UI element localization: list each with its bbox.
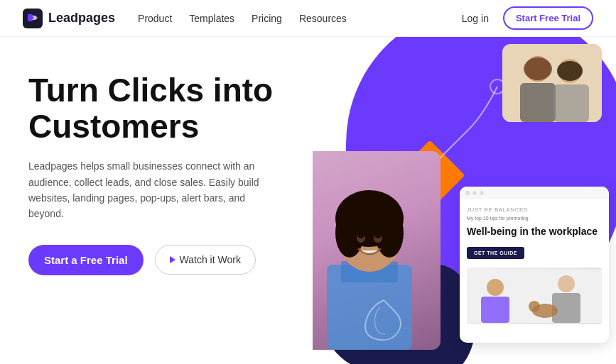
login-link[interactable]: Log in (462, 13, 489, 24)
lp-card-cta[interactable]: Get the Guide (467, 247, 524, 259)
lp-card-image (467, 268, 602, 324)
navbar: Leadpages Product Templates Pricing Reso… (0, 0, 616, 37)
svg-point-25 (529, 301, 540, 312)
nav-trial-button[interactable]: Start Free Trial (503, 6, 593, 30)
browser-dot-3 (480, 191, 484, 195)
leadpages-logo-icon (23, 9, 43, 28)
landing-page-card: Just Be Balanced My top 10 tips for prom… (460, 187, 609, 343)
nav-links: Product Templates Pricing Resources (138, 12, 347, 25)
svg-point-17 (557, 61, 583, 81)
lp-card-header (460, 187, 609, 199)
lp-card-subtitle: My top 10 tips for promoting (467, 216, 602, 221)
hero-left: Turn Clicks into Customers Leadpages hel… (0, 37, 313, 364)
hero-buttons: Start a Free Trial Watch it Work (28, 245, 313, 275)
svg-point-10 (357, 231, 364, 238)
logo[interactable]: Leadpages (23, 9, 115, 28)
hero-right: Just Be Balanced My top 10 tips for prom… (313, 37, 616, 364)
nav-item-pricing[interactable]: Pricing (252, 12, 282, 25)
hero-watch-button[interactable]: Watch it Work (155, 245, 256, 275)
top-people-photo (502, 44, 602, 122)
scribble-bottom-decoration (355, 293, 412, 350)
svg-rect-18 (553, 84, 589, 122)
play-icon (170, 256, 175, 263)
nav-item-product[interactable]: Product (138, 12, 172, 25)
hero-trial-button[interactable]: Start a Free Trial (28, 245, 144, 275)
nav-item-resources[interactable]: Resources (299, 12, 347, 25)
svg-point-22 (558, 275, 575, 292)
svg-point-20 (487, 279, 504, 296)
hero-section: Turn Clicks into Customers Leadpages hel… (0, 37, 616, 364)
browser-dot-2 (472, 191, 477, 195)
nav-item-templates[interactable]: Templates (189, 12, 234, 25)
svg-point-11 (374, 231, 382, 238)
browser-dot-1 (465, 191, 470, 195)
svg-rect-15 (520, 83, 556, 122)
nav-right: Log in Start Free Trial (462, 6, 593, 30)
hero-description: Leadpages helps small businesses connect… (28, 158, 263, 222)
lp-card-body: Just Be Balanced My top 10 tips for prom… (460, 199, 609, 331)
lp-card-title: Well-being in the workplace (467, 225, 602, 238)
logo-text: Leadpages (48, 11, 115, 26)
hero-title: Turn Clicks into Customers (28, 72, 313, 144)
svg-point-14 (524, 57, 552, 80)
lp-card-tag: Just Be Balanced (467, 206, 602, 213)
svg-rect-21 (481, 297, 509, 323)
